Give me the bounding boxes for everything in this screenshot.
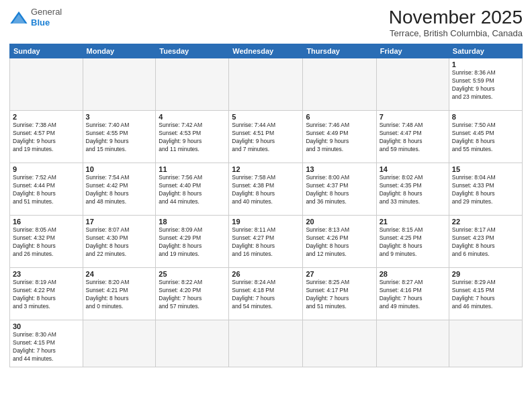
location: Terrace, British Columbia, Canada	[389, 28, 523, 38]
calendar-cell: 22Sunrise: 8:17 AM Sunset: 4:23 PM Dayli…	[449, 216, 522, 268]
day-number: 28	[380, 270, 446, 278]
day-number: 10	[86, 165, 153, 173]
day-info: Sunrise: 7:52 AM Sunset: 4:44 PM Dayligh…	[13, 174, 80, 206]
calendar-cell	[376, 58, 449, 111]
calendar-cell: 28Sunrise: 8:27 AM Sunset: 4:16 PM Dayli…	[376, 268, 449, 320]
day-number: 11	[159, 165, 226, 173]
day-number: 8	[452, 113, 519, 121]
calendar-cell	[83, 58, 156, 111]
calendar-cell: 17Sunrise: 8:07 AM Sunset: 4:30 PM Dayli…	[83, 216, 156, 268]
calendar-cell: 12Sunrise: 7:58 AM Sunset: 4:38 PM Dayli…	[229, 163, 303, 216]
calendar-cell: 25Sunrise: 8:22 AM Sunset: 4:20 PM Dayli…	[156, 268, 229, 320]
calendar-cell	[303, 58, 376, 111]
day-info: Sunrise: 8:20 AM Sunset: 4:21 PM Dayligh…	[86, 279, 153, 311]
day-number: 30	[13, 322, 80, 330]
calendar-cell: 6Sunrise: 7:46 AM Sunset: 4:49 PM Daylig…	[303, 111, 376, 163]
calendar-cell: 10Sunrise: 7:54 AM Sunset: 4:42 PM Dayli…	[83, 163, 156, 216]
calendar-cell: 23Sunrise: 8:19 AM Sunset: 4:22 PM Dayli…	[10, 268, 83, 320]
calendar-cell	[156, 58, 229, 111]
calendar-cell: 7Sunrise: 7:48 AM Sunset: 4:47 PM Daylig…	[376, 111, 449, 163]
day-number: 7	[380, 113, 446, 121]
logo-general: General	[31, 7, 62, 17]
calendar-cell: 18Sunrise: 8:09 AM Sunset: 4:29 PM Dayli…	[156, 216, 229, 268]
day-info: Sunrise: 7:46 AM Sunset: 4:49 PM Dayligh…	[306, 122, 373, 154]
month-title: November 2025	[389, 7, 523, 28]
day-number: 22	[452, 218, 519, 226]
logo-icon	[9, 10, 28, 25]
calendar-header-friday: Friday	[376, 44, 449, 58]
calendar-cell: 15Sunrise: 8:04 AM Sunset: 4:33 PM Dayli…	[449, 163, 522, 216]
day-number: 29	[452, 270, 519, 278]
calendar-header-tuesday: Tuesday	[156, 44, 229, 58]
calendar-cell: 13Sunrise: 8:00 AM Sunset: 4:37 PM Dayli…	[303, 163, 376, 216]
day-number: 6	[306, 113, 373, 121]
day-info: Sunrise: 8:11 AM Sunset: 4:27 PM Dayligh…	[232, 226, 300, 259]
calendar-header-sunday: Sunday	[10, 44, 83, 58]
calendar-header-wednesday: Wednesday	[229, 44, 303, 58]
day-info: Sunrise: 7:38 AM Sunset: 4:57 PM Dayligh…	[13, 122, 80, 154]
day-number: 15	[452, 165, 519, 173]
calendar-cell: 11Sunrise: 7:56 AM Sunset: 4:40 PM Dayli…	[156, 163, 229, 216]
day-number: 21	[380, 218, 446, 226]
day-info: Sunrise: 7:42 AM Sunset: 4:53 PM Dayligh…	[159, 122, 226, 154]
calendar-week-6: 30Sunrise: 8:30 AM Sunset: 4:15 PM Dayli…	[10, 320, 523, 367]
day-number: 17	[86, 218, 153, 226]
calendar-cell: 30Sunrise: 8:30 AM Sunset: 4:15 PM Dayli…	[10, 320, 83, 367]
day-info: Sunrise: 8:15 AM Sunset: 4:25 PM Dayligh…	[380, 226, 446, 259]
logo-blue: Blue	[31, 17, 50, 28]
day-info: Sunrise: 8:05 AM Sunset: 4:32 PM Dayligh…	[13, 226, 80, 259]
calendar-week-4: 16Sunrise: 8:05 AM Sunset: 4:32 PM Dayli…	[10, 216, 523, 268]
calendar-header-monday: Monday	[83, 44, 156, 58]
day-number: 23	[13, 270, 80, 278]
day-info: Sunrise: 8:25 AM Sunset: 4:17 PM Dayligh…	[306, 279, 373, 311]
day-number: 13	[306, 165, 373, 173]
day-number: 16	[13, 218, 80, 226]
day-number: 1	[452, 60, 519, 68]
day-number: 18	[159, 218, 226, 226]
day-number: 14	[380, 165, 446, 173]
day-number: 24	[86, 270, 153, 278]
day-info: Sunrise: 7:48 AM Sunset: 4:47 PM Dayligh…	[380, 122, 446, 154]
calendar-cell: 20Sunrise: 8:13 AM Sunset: 4:26 PM Dayli…	[303, 216, 376, 268]
day-number: 20	[306, 218, 373, 226]
day-number: 25	[159, 270, 226, 278]
calendar-cell	[449, 320, 522, 367]
day-number: 4	[159, 113, 226, 121]
day-number: 27	[306, 270, 373, 278]
calendar-cell	[10, 58, 83, 111]
header: General Blue November 2025 Terrace, Brit…	[9, 7, 523, 38]
day-info: Sunrise: 8:09 AM Sunset: 4:29 PM Dayligh…	[159, 226, 226, 259]
calendar-cell	[229, 58, 303, 111]
title-block: November 2025 Terrace, British Columbia,…	[389, 7, 523, 38]
day-number: 12	[232, 165, 300, 173]
day-number: 2	[13, 113, 80, 121]
day-info: Sunrise: 8:07 AM Sunset: 4:30 PM Dayligh…	[86, 226, 153, 259]
calendar-cell: 29Sunrise: 8:29 AM Sunset: 4:15 PM Dayli…	[449, 268, 522, 320]
day-info: Sunrise: 8:00 AM Sunset: 4:37 PM Dayligh…	[306, 174, 373, 206]
calendar-cell: 1Sunrise: 8:36 AM Sunset: 5:59 PM Daylig…	[449, 58, 522, 111]
calendar-cell: 4Sunrise: 7:42 AM Sunset: 4:53 PM Daylig…	[156, 111, 229, 163]
day-info: Sunrise: 7:56 AM Sunset: 4:40 PM Dayligh…	[159, 174, 226, 206]
calendar-cell: 19Sunrise: 8:11 AM Sunset: 4:27 PM Dayli…	[229, 216, 303, 268]
day-number: 19	[232, 218, 300, 226]
calendar-cell	[156, 320, 229, 367]
day-info: Sunrise: 8:19 AM Sunset: 4:22 PM Dayligh…	[13, 279, 80, 311]
calendar-cell: 16Sunrise: 8:05 AM Sunset: 4:32 PM Dayli…	[10, 216, 83, 268]
day-info: Sunrise: 8:30 AM Sunset: 4:15 PM Dayligh…	[13, 331, 80, 363]
day-info: Sunrise: 7:44 AM Sunset: 4:51 PM Dayligh…	[232, 122, 300, 154]
logo: General Blue	[9, 7, 62, 28]
calendar-header-saturday: Saturday	[449, 44, 522, 58]
page: General Blue November 2025 Terrace, Brit…	[0, 0, 532, 411]
day-info: Sunrise: 7:50 AM Sunset: 4:45 PM Dayligh…	[452, 122, 519, 154]
calendar-week-5: 23Sunrise: 8:19 AM Sunset: 4:22 PM Dayli…	[10, 268, 523, 320]
day-info: Sunrise: 8:24 AM Sunset: 4:18 PM Dayligh…	[232, 279, 300, 311]
day-number: 3	[86, 113, 153, 121]
day-info: Sunrise: 8:36 AM Sunset: 5:59 PM Dayligh…	[452, 69, 519, 101]
calendar-cell: 8Sunrise: 7:50 AM Sunset: 4:45 PM Daylig…	[449, 111, 522, 163]
day-info: Sunrise: 8:13 AM Sunset: 4:26 PM Dayligh…	[306, 226, 373, 259]
calendar-cell: 26Sunrise: 8:24 AM Sunset: 4:18 PM Dayli…	[229, 268, 303, 320]
day-info: Sunrise: 7:40 AM Sunset: 4:55 PM Dayligh…	[86, 122, 153, 154]
calendar-cell	[83, 320, 156, 367]
day-info: Sunrise: 7:54 AM Sunset: 4:42 PM Dayligh…	[86, 174, 153, 206]
calendar-header-row: SundayMondayTuesdayWednesdayThursdayFrid…	[10, 44, 523, 58]
